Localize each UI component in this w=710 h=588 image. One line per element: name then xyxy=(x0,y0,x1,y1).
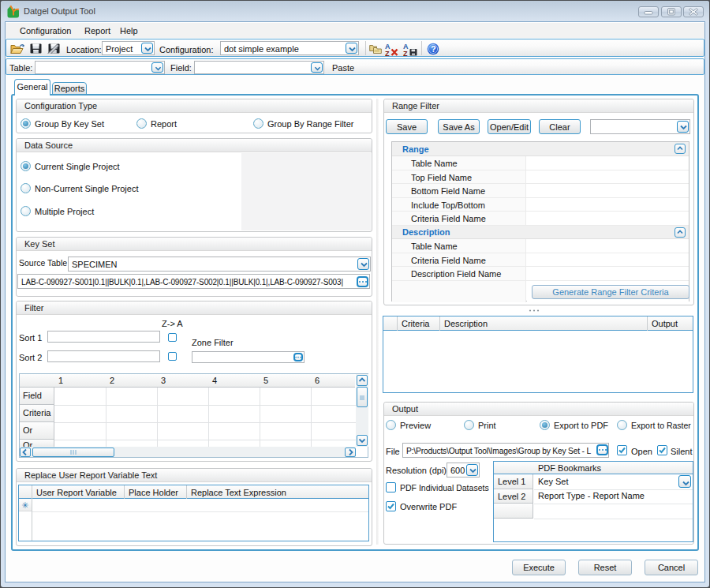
svg-text:?: ? xyxy=(431,44,435,54)
svg-text:Z: Z xyxy=(385,50,390,57)
svg-text:Z: Z xyxy=(403,50,408,57)
